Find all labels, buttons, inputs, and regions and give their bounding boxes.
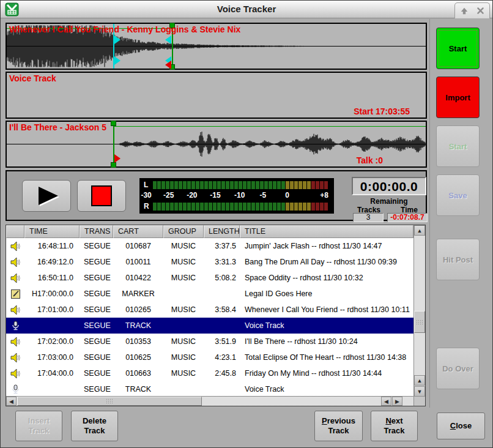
meter-segment (269, 203, 272, 211)
scrollbar-corner (413, 396, 425, 406)
scroll-left-icon[interactable]: ◀ (6, 397, 17, 406)
cell-time (24, 318, 80, 334)
save-button[interactable]: Save (436, 174, 480, 216)
meter-segment (320, 181, 324, 189)
audio-cart-icon (10, 241, 21, 252)
log-row[interactable]: 16:49:12.0SEGUE010011MUSIC3:31.3Bang The… (6, 254, 413, 270)
column-header-CART[interactable]: CART (113, 225, 163, 238)
cell-group: MUSIC (163, 238, 204, 254)
column-header-icon[interactable] (6, 225, 24, 238)
titlebar[interactable]: Voice Tracker (1, 1, 492, 18)
log-row[interactable]: 17:03:00.0SEGUE010625MUSIC4:23.1Total Ec… (6, 349, 413, 365)
hit-post-button[interactable]: Hit Post (436, 239, 480, 280)
meter-segment (281, 203, 285, 211)
horizontal-scrollbar[interactable]: ◀ ◀ ▶ (6, 396, 413, 406)
cell-title: Jumpin' Jack Flash -- rdhost 11/30 14:47 (240, 238, 413, 254)
meter-segment (298, 181, 302, 189)
start-record-button[interactable]: Start (436, 28, 480, 69)
scroll-up-icon[interactable]: ▲ (414, 225, 425, 236)
voice-track-waveform-panel[interactable]: Voice Track Start 17:03:55 (6, 72, 427, 119)
meter-segment (174, 181, 178, 189)
meter-segment (286, 181, 289, 189)
scroll-up2-icon[interactable]: ▲ (414, 375, 425, 386)
voice-track-title: Voice Track (9, 73, 56, 83)
stop-button[interactable] (77, 180, 126, 212)
segue-start-handle-icon[interactable] (114, 35, 120, 44)
shade-window-icon[interactable] (458, 5, 471, 17)
row-type-icon-cell (6, 286, 24, 302)
meter-segment (234, 203, 238, 211)
meter-segment (204, 203, 208, 211)
cell-title: Whenever I Call You Friend -- rdhost 11/… (240, 302, 413, 318)
scroll-right-icon[interactable]: ▶ (392, 397, 402, 406)
vertical-scroll-thumb[interactable] (414, 311, 425, 333)
scroll-left2-icon[interactable]: ◀ (381, 397, 391, 406)
scroll-down-icon[interactable]: ▼ (414, 386, 425, 397)
import-button[interactable]: Import (436, 77, 480, 118)
column-header-TIME[interactable]: TIME (24, 225, 80, 238)
audio-cart-icon (10, 305, 21, 315)
cell-trans: SEGUE (80, 286, 113, 302)
segue-start-handle-icon[interactable] (114, 56, 120, 65)
meter-segment (209, 203, 212, 211)
cell-cart: 010687 (113, 238, 163, 254)
meter-segment (230, 181, 234, 189)
elapsed-time-display: 0:00:00.0 (352, 177, 426, 195)
play-button[interactable] (22, 180, 71, 212)
delete-track-button[interactable]: Delete Track (71, 411, 118, 441)
cell-length: 4:23.1 (204, 349, 240, 365)
meter-segment (196, 181, 199, 189)
cell-trans: SEGUE (80, 381, 113, 397)
cell-group (163, 318, 204, 334)
next-track-waveform-panel[interactable]: I'll Be There - Jackson 5 Talk :0 (6, 121, 427, 168)
column-header-TRANS[interactable]: TRANS (80, 225, 113, 238)
track-start-top-handle[interactable] (111, 121, 116, 126)
close-button[interactable]: ​Close (437, 413, 485, 439)
log-row[interactable]: H17:00:00.0SEGUEMARKERLegal ID Goes Here (6, 286, 413, 302)
left-channel-label: L (144, 181, 148, 189)
meter-segment (303, 203, 306, 211)
start-next-button[interactable]: Start (436, 125, 480, 167)
transport-bar: L -30-25-20-15-10-50+8 R 0:00:00.0 Remai… (6, 170, 427, 221)
meter-segment (256, 203, 259, 211)
do-over-button[interactable]: Do Over (436, 348, 480, 389)
meter-segment (166, 203, 169, 211)
vertical-scrollbar[interactable]: ▲ ▲ ▼ (413, 225, 425, 397)
column-header-GROUP[interactable]: GROUP (163, 225, 204, 238)
fade-handle-icon[interactable] (114, 154, 120, 163)
previous-track-button[interactable]: ​Previous Track (314, 411, 363, 441)
log-row[interactable]: SEGUETRACKVoice Track (6, 318, 413, 334)
cell-cart: 010353 (113, 334, 163, 349)
log-event-list: TIMETRANSCARTGROUPLENGTHTITLE 16:48:11.0… (6, 225, 426, 406)
meter-segment (251, 181, 255, 189)
row-type-icon-cell (6, 381, 24, 397)
row-type-icon-cell (6, 270, 24, 286)
window-title: Voice Tracker (1, 4, 492, 14)
insert-track-button[interactable]: Insert Track (15, 411, 62, 441)
fade-handle-icon[interactable] (165, 61, 171, 69)
meter-segment (311, 181, 315, 189)
segue-end-handle-icon[interactable] (165, 35, 171, 44)
cell-trans: SEGUE (80, 318, 113, 334)
close-window-icon[interactable] (473, 5, 487, 17)
meter-segment (234, 181, 238, 189)
meter-segment (200, 181, 204, 189)
cell-cart: TRACK (113, 318, 163, 334)
cell-cart: MARKER (113, 286, 163, 302)
meter-segment (200, 203, 204, 211)
log-row[interactable]: 16:48:11.0SEGUE010687MUSIC3:37.5Jumpin' … (6, 238, 413, 254)
log-row[interactable]: 16:50:11.0SEGUE010422MUSIC5:08.2Space Od… (6, 270, 413, 286)
log-row[interactable]: SEGUETRACKVoice Track (6, 381, 413, 397)
log-row[interactable]: 17:02:00.0SEGUE010353MUSIC3:51.9I'll Be … (6, 334, 413, 349)
log-row[interactable]: 17:01:00.0SEGUE010265MUSIC3:58.4Whenever… (6, 302, 413, 318)
horizontal-scroll-thumb[interactable] (17, 397, 202, 406)
cell-title: Total Eclipse Of The Heart -- rdhost 11/… (240, 349, 413, 365)
row-type-icon-cell (6, 302, 24, 318)
next-track-button[interactable]: ​Next Track (371, 411, 418, 441)
column-header-TITLE[interactable]: TITLE (240, 225, 413, 238)
previous-track-waveform-panel[interactable]: Whenever I Call You Friend - Kenny Loggi… (6, 23, 427, 70)
track-start-bottom-handle[interactable] (111, 162, 116, 168)
column-header-LENGTH[interactable]: LENGTH (204, 225, 240, 238)
cell-group (163, 381, 204, 397)
log-row[interactable]: 17:04:00.0SEGUE010663MUSIC2:45.8Friday O… (6, 365, 413, 381)
